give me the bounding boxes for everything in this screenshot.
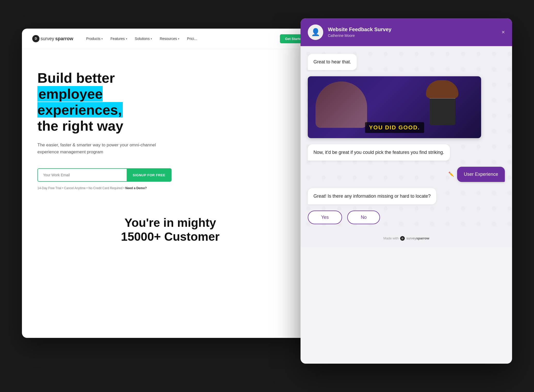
nav-features[interactable]: Features ▾	[110, 37, 127, 41]
made-with-label: Made with D surveysparrow	[308, 236, 505, 241]
avatar: 👤	[308, 24, 323, 40]
nav-resources[interactable]: Resources ▾	[160, 37, 179, 41]
hero-line1: Build better	[37, 70, 115, 86]
logo: D survey sparrow	[32, 35, 73, 42]
chevron-down-icon: ▾	[101, 37, 103, 40]
logo-icon: D	[32, 35, 39, 42]
user-message-row: ✏️ User Experience	[308, 167, 505, 182]
chat-footer: Made with D surveysparrow	[301, 232, 512, 247]
yes-button[interactable]: Yes	[308, 211, 342, 224]
email-input[interactable]	[37, 168, 127, 182]
user-message-1: User Experience	[457, 167, 505, 182]
user-icon: 👤	[311, 28, 320, 36]
chat-body: Great to hear that. YOU DID GOOD.	[301, 46, 512, 232]
hero-highlighted-text: employee experiences,	[37, 86, 123, 118]
demo-link[interactable]: Need a Demo?	[125, 186, 147, 190]
chevron-down-icon: ▾	[178, 37, 179, 40]
chevron-down-icon: ▾	[151, 37, 152, 40]
bot-message-1: Great to hear that.	[308, 54, 357, 70]
no-button[interactable]: No	[347, 211, 380, 224]
chevron-down-icon: ▾	[126, 37, 127, 40]
email-form: SIGNUP FOR FREE	[37, 168, 172, 182]
gif-message: YOU DID GOOD.	[308, 76, 481, 138]
nav-pricing[interactable]: Prici...	[187, 37, 197, 41]
chat-widget: 👤 Website Feedback Survey Catherine Moor…	[301, 18, 512, 364]
footer-logo-icon: D	[400, 236, 405, 241]
edit-icon[interactable]: ✏️	[448, 171, 454, 177]
signup-button[interactable]: SIGNUP FOR FREE	[127, 168, 172, 182]
bot-message-3: Great! Is there any information missing …	[308, 188, 436, 204]
chat-title: Website Feedback Survey	[328, 27, 497, 32]
logo-survey-text: survey	[41, 36, 54, 41]
customer-count-section: You're in mighty 15000+ Customer	[22, 200, 319, 259]
fine-print: 14-Day Free Trial • Cancel Anytime • No …	[37, 186, 303, 190]
hero-subtitle: The easier, faster & smarter way to powe…	[37, 141, 161, 155]
gif-caption: YOU DID GOOD.	[365, 122, 424, 133]
navigation: D survey sparrow Products ▾ Features ▾ S…	[22, 29, 319, 49]
close-button[interactable]: ×	[501, 29, 505, 36]
gif-placeholder: YOU DID GOOD.	[308, 76, 481, 138]
chat-subtitle: Catherine Moore	[328, 34, 497, 38]
options-row: Yes No	[308, 211, 380, 224]
bot-message-2: Now, it'd be great if you could pick the…	[308, 144, 450, 161]
hero-line3: the right way	[37, 118, 123, 134]
footer-brand: surveysparrow	[406, 236, 429, 240]
hero-headline: Build better employee experiences, the r…	[37, 70, 182, 134]
logo-sparrow-text: sparrow	[55, 36, 73, 41]
nav-solutions[interactable]: Solutions ▾	[135, 37, 152, 41]
hero-section: Build better employee experiences, the r…	[22, 49, 319, 201]
website-card: D survey sparrow Products ▾ Features ▾ S…	[22, 29, 319, 338]
chat-header-info: Website Feedback Survey Catherine Moore	[328, 27, 497, 38]
chat-header: 👤 Website Feedback Survey Catherine Moor…	[301, 18, 512, 46]
nav-products[interactable]: Products ▾	[86, 37, 103, 41]
